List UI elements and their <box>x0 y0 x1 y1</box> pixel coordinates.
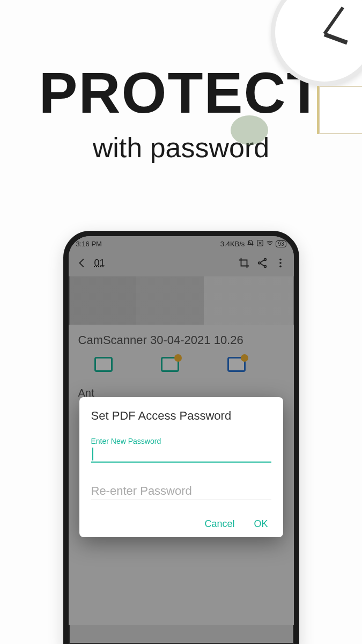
text-cursor <box>92 448 93 460</box>
word-icon[interactable] <box>227 357 246 372</box>
close-box-icon <box>256 239 264 248</box>
wifi-icon <box>266 239 274 248</box>
silent-icon <box>247 239 254 248</box>
svg-point-3 <box>264 266 266 268</box>
more-icon[interactable] <box>275 257 286 269</box>
new-password-label: Enter New Password <box>91 437 271 445</box>
image-premium-icon[interactable] <box>161 357 179 372</box>
svg-point-2 <box>264 259 266 261</box>
new-password-input[interactable] <box>91 447 271 463</box>
set-password-dialog: Set PDF Access Password Enter New Passwo… <box>79 397 283 537</box>
cancel-button[interactable]: Cancel <box>204 518 234 530</box>
svg-point-5 <box>279 262 282 264</box>
status-time: 3:16 PM <box>76 240 102 248</box>
svg-point-4 <box>279 259 282 261</box>
page-number[interactable]: 01 <box>94 258 232 269</box>
status-speed: 3.4KB/s <box>220 240 245 248</box>
calendar-decoration <box>319 86 362 134</box>
plant-decoration <box>231 115 268 145</box>
ok-button[interactable]: OK <box>254 518 268 530</box>
document-title: CamScanner 30-04-2021 10.26 <box>78 333 284 347</box>
reenter-placeholder: Re-enter Password <box>91 484 192 498</box>
image-teal-icon[interactable] <box>94 357 113 372</box>
phone-mockup: 3:16 PM 3.4KB/s 93 01 <box>63 231 299 644</box>
reenter-password-input[interactable]: Re-enter Password <box>91 482 271 500</box>
dialog-title: Set PDF Access Password <box>91 409 271 423</box>
crop-icon[interactable] <box>238 257 250 269</box>
share-icon[interactable] <box>256 257 268 269</box>
back-icon[interactable] <box>76 257 88 269</box>
battery-icon: 93 <box>276 240 286 247</box>
status-bar: 3:16 PM 3.4KB/s 93 <box>69 236 294 252</box>
document-preview <box>69 276 294 325</box>
svg-point-6 <box>279 266 282 268</box>
hero-subhead: with password <box>0 131 362 164</box>
app-bar: 01 <box>69 252 294 276</box>
svg-point-1 <box>258 262 260 264</box>
